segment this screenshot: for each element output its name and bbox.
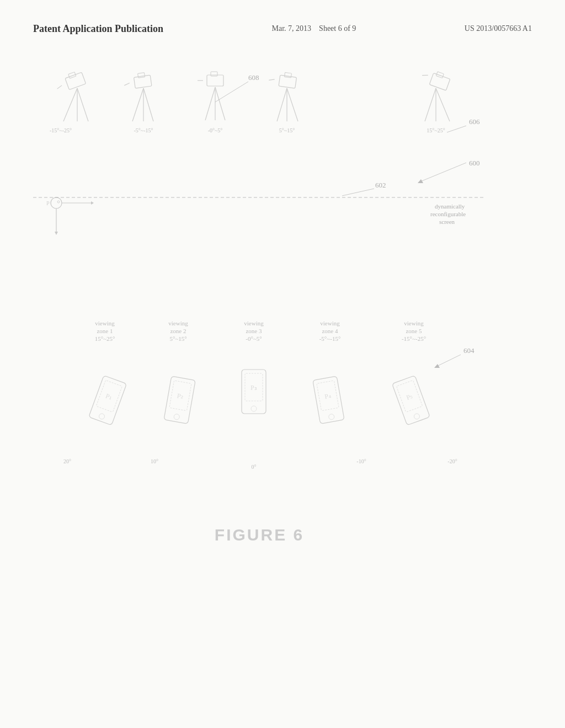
camera-figure-3 bbox=[198, 72, 225, 120]
ref-606-label: 606 bbox=[469, 117, 480, 126]
svg-rect-29 bbox=[429, 73, 450, 90]
publication-title: Patent Application Publication bbox=[33, 22, 163, 36]
publication-date-sheet: Mar. 7, 2013 Sheet 6 of 9 bbox=[272, 22, 356, 33]
svg-line-10 bbox=[143, 88, 153, 121]
svg-text:P₃: P₃ bbox=[250, 384, 257, 392]
degree-label-1: 20° bbox=[63, 458, 71, 464]
publication-date: Mar. 7, 2013 bbox=[272, 24, 312, 33]
svg-point-59 bbox=[328, 414, 335, 420]
camera-figure-2 bbox=[124, 73, 153, 121]
degree-label-2: 10° bbox=[151, 458, 158, 464]
zone-header-3c: -0°~5° bbox=[246, 335, 262, 342]
svg-rect-18 bbox=[211, 72, 217, 76]
svg-point-36 bbox=[57, 201, 60, 203]
device-figure-3: P₃ bbox=[242, 370, 266, 414]
main-diagram: 608 606 -15°~-25° -5°~-15° bbox=[33, 61, 532, 667]
zone-header-2b: zone 2 bbox=[170, 328, 186, 334]
zone-header-2c: 5°~15° bbox=[169, 335, 186, 342]
svg-text:P₅: P₅ bbox=[405, 392, 414, 402]
camera-figure-1 bbox=[57, 72, 88, 121]
svg-rect-60 bbox=[392, 376, 430, 425]
svg-rect-24 bbox=[284, 72, 291, 78]
zone-header-5b: zone 5 bbox=[406, 328, 422, 334]
figure-caption: FIGURE 6 bbox=[215, 526, 304, 544]
degree-label-5: -20° bbox=[447, 458, 457, 464]
angle-label-4: 5°~15° bbox=[279, 127, 295, 133]
ref-600-label: 600 bbox=[469, 159, 480, 167]
zone-header-2: viewing bbox=[168, 320, 188, 326]
svg-line-20 bbox=[277, 88, 287, 121]
device-figure-4: P₄ bbox=[313, 376, 344, 424]
zone-header-4c: -5°~-15° bbox=[319, 335, 341, 342]
page-header: Patent Application Publication Mar. 7, 2… bbox=[0, 0, 565, 47]
zone-header-5: viewing bbox=[404, 320, 424, 326]
angle-label-3: -0°~5° bbox=[208, 127, 223, 133]
svg-text:P₂: P₂ bbox=[177, 392, 184, 400]
screen-label-3: screen bbox=[439, 218, 455, 225]
svg-rect-30 bbox=[436, 72, 444, 78]
zone-header-1c: 15°~25° bbox=[95, 335, 115, 342]
viewer-figure: P bbox=[46, 197, 94, 235]
svg-text:P₁: P₁ bbox=[104, 392, 113, 402]
svg-rect-12 bbox=[138, 73, 145, 78]
svg-point-35 bbox=[51, 197, 62, 208]
ref-604-label: 604 bbox=[463, 346, 475, 355]
svg-line-26 bbox=[425, 88, 436, 121]
svg-line-25 bbox=[269, 78, 274, 81]
svg-line-16 bbox=[215, 87, 225, 120]
svg-line-1 bbox=[447, 126, 466, 132]
svg-marker-38 bbox=[91, 201, 94, 205]
camera-figure-5 bbox=[422, 72, 450, 121]
ref-602-label: 602 bbox=[375, 181, 386, 189]
svg-line-42 bbox=[436, 355, 461, 367]
svg-text:P₄: P₄ bbox=[324, 392, 332, 400]
svg-point-51 bbox=[173, 414, 180, 420]
device-figure-1: P₁ bbox=[89, 376, 127, 425]
svg-line-28 bbox=[436, 88, 450, 121]
svg-marker-43 bbox=[434, 364, 440, 368]
camera-figure-4 bbox=[269, 72, 298, 121]
svg-line-22 bbox=[287, 88, 298, 121]
svg-rect-52 bbox=[242, 370, 266, 414]
svg-line-32 bbox=[419, 163, 466, 182]
svg-point-55 bbox=[251, 406, 257, 411]
svg-rect-6 bbox=[68, 72, 76, 79]
svg-line-2 bbox=[63, 88, 77, 121]
zone-header-3: viewing bbox=[244, 320, 264, 326]
zone-header-5c: -15°~-25° bbox=[402, 335, 426, 342]
svg-rect-17 bbox=[207, 75, 223, 86]
svg-line-8 bbox=[132, 88, 143, 121]
zone-header-4b: zone 4 bbox=[322, 328, 338, 334]
svg-point-47 bbox=[98, 413, 105, 420]
patent-number: US 2013/0057663 A1 bbox=[465, 22, 532, 33]
screen-label-2: reconfigurable bbox=[430, 211, 466, 217]
zone-header-4: viewing bbox=[320, 320, 340, 326]
svg-line-34 bbox=[342, 189, 374, 196]
svg-line-13 bbox=[124, 83, 130, 85]
device-figure-5: P₅ bbox=[392, 376, 430, 425]
sheet-info: Sheet 6 of 9 bbox=[319, 24, 356, 33]
zone-header-1: viewing bbox=[95, 320, 115, 326]
svg-line-0 bbox=[215, 82, 248, 102]
device-figure-2: P₂ bbox=[164, 376, 195, 424]
zone-header-3b: zone 3 bbox=[246, 328, 262, 334]
angle-label-2: -5°~-15° bbox=[134, 127, 153, 133]
svg-line-14 bbox=[205, 87, 215, 120]
degree-label-3: 0° bbox=[252, 464, 257, 470]
patent-page: Patent Application Publication Mar. 7, 2… bbox=[0, 0, 565, 728]
svg-marker-41 bbox=[55, 232, 58, 235]
svg-line-31 bbox=[422, 73, 428, 77]
svg-text:P: P bbox=[46, 200, 50, 206]
svg-line-7 bbox=[57, 85, 62, 89]
angle-label-5: 15°~25° bbox=[427, 127, 445, 133]
angle-label-1: -15°~-25° bbox=[50, 127, 72, 133]
svg-line-4 bbox=[77, 88, 88, 121]
degree-label-4: -10° bbox=[356, 458, 366, 464]
svg-rect-44 bbox=[89, 376, 127, 425]
zone-header-1b: zone 1 bbox=[97, 328, 113, 334]
ref-608-label: 608 bbox=[248, 73, 259, 82]
svg-marker-33 bbox=[418, 179, 423, 183]
svg-point-63 bbox=[413, 413, 420, 420]
screen-label: dynamically bbox=[435, 203, 465, 210]
